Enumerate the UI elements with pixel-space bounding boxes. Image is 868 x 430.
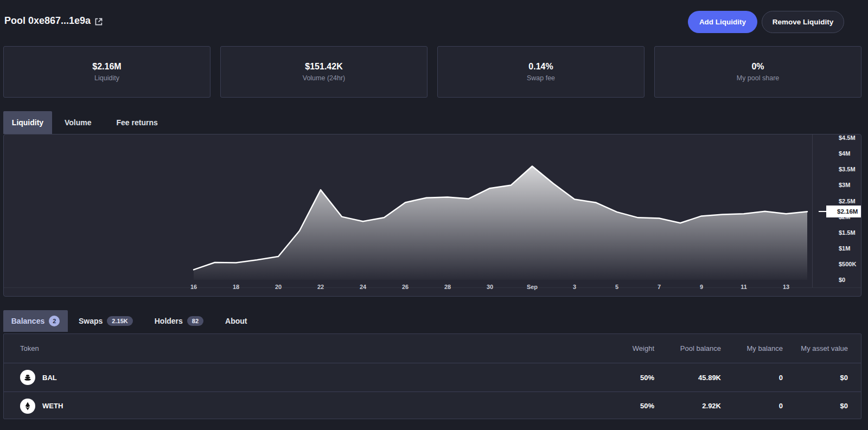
x-axis-tick: 5 [615,284,618,290]
table-row-bal[interactable]: BAL 50% 45.89K 0 $0 [4,363,861,392]
bal-my-balance: 0 [721,374,783,382]
col-pool-balance: Pool balance [654,344,721,352]
volume-value: $151.42K [305,62,342,72]
tab-balances[interactable]: Balances 2 [3,310,68,332]
current-value-label: $2.16M [826,206,861,217]
x-axis-tick: 22 [317,284,324,290]
holders-count-badge: 82 [187,316,203,326]
y-axis-tick: $0 [839,276,845,284]
y-axis-tick: $500K [839,260,856,268]
table-row-weth[interactable]: WETH 50% 2.92K 0 $0 [4,392,861,420]
col-my-asset-value: My asset value [783,344,848,352]
tab-balances-label: Balances [11,317,44,325]
balancer-token-icon [20,370,35,385]
x-axis-tick: 30 [487,284,493,290]
y-axis-tick: $3.5M [839,165,856,173]
x-axis-tick: 3 [573,284,576,290]
stat-card-swap-fee: 0.14% Swap fee [437,46,644,98]
tab-about-label: About [225,317,247,325]
page-title: Pool 0xe867...1e9a [4,15,103,27]
x-axis-tick: 11 [741,284,747,290]
col-my-balance: My balance [721,344,783,352]
tab-liquidity[interactable]: Liquidity [3,111,52,134]
pool-address-title: Pool 0xe867...1e9a [4,15,91,27]
x-axis-tick: 16 [190,284,197,290]
y-axis-tick: $3M [839,181,850,189]
price-axis-border [812,134,813,287]
weth-pool-balance: 2.92K [654,402,721,410]
bal-weight: 50% [589,374,654,382]
token-symbol: BAL [42,374,57,382]
volume-label: Volume (24hr) [303,74,346,82]
time-axis-border [4,287,861,288]
table-tab-bar: Balances 2 Swaps 2.15K Holders 82 About [3,310,258,332]
stat-card-volume: $151.42K Volume (24hr) [220,46,427,98]
weth-weight: 50% [589,402,654,410]
swaps-count-badge: 2.15K [107,316,132,326]
pool-share-value: 0% [751,62,764,72]
tab-about[interactable]: About [214,310,258,332]
tab-fee-returns[interactable]: Fee returns [104,111,170,134]
swap-fee-label: Swap fee [527,74,555,82]
col-token: Token [20,344,589,352]
liquidity-value: $2.16M [92,62,121,72]
y-axis-tick: $1.5M [839,229,856,236]
table-header-row: Token Weight Pool balance My balance My … [4,334,861,363]
liquidity-label: Liquidity [94,74,119,82]
swap-fee-value: 0.14% [528,62,553,72]
liquidity-chart[interactable]: $0$500K$1M$1.5M$2M$2.5M$3M$3.5M$4M$4.5M … [3,134,861,297]
current-value-tick [819,211,826,212]
bal-pool-balance: 45.89K [654,374,721,382]
stat-card-pool-share: 0% My pool share [654,46,861,98]
x-axis-tick: 9 [700,284,703,290]
external-link-icon[interactable] [95,18,103,25]
x-axis-tick: 18 [233,284,239,290]
stat-card-liquidity: $2.16M Liquidity [3,46,210,98]
tab-swaps[interactable]: Swaps 2.15K [68,310,144,332]
y-axis-tick: $2.5M [839,197,856,205]
weth-my-balance: 0 [721,402,783,410]
weth-token-icon [20,399,35,414]
y-axis-tick: $1M [839,245,850,252]
x-axis-tick: 13 [783,284,789,290]
pool-share-label: My pool share [737,74,780,82]
tab-holders[interactable]: Holders 82 [144,310,214,332]
remove-liquidity-button[interactable]: Remove Liquidity [762,11,844,33]
area-chart-canvas [4,134,861,297]
x-axis-tick: 26 [402,284,409,290]
add-liquidity-button[interactable]: Add Liquidity [688,11,757,33]
x-axis-tick: 7 [658,284,661,290]
x-axis-tick: Sep [527,284,538,290]
x-axis-tick: 20 [275,284,282,290]
bal-my-asset-value: $0 [783,374,848,382]
y-axis-tick: $4M [839,150,850,157]
col-weight: Weight [589,344,654,352]
tab-volume[interactable]: Volume [52,111,104,134]
tab-holders-label: Holders [155,317,183,325]
x-axis-tick: 24 [360,284,366,290]
y-axis-tick: $4.5M [839,134,856,142]
chart-tab-bar: Liquidity Volume Fee returns [3,111,170,134]
balances-table: Token Weight Pool balance My balance My … [3,333,861,419]
token-symbol: WETH [42,402,63,410]
balances-count-badge: 2 [49,316,60,326]
weth-my-asset-value: $0 [783,402,848,410]
tab-swaps-label: Swaps [79,317,103,325]
x-axis-tick: 28 [444,284,451,290]
